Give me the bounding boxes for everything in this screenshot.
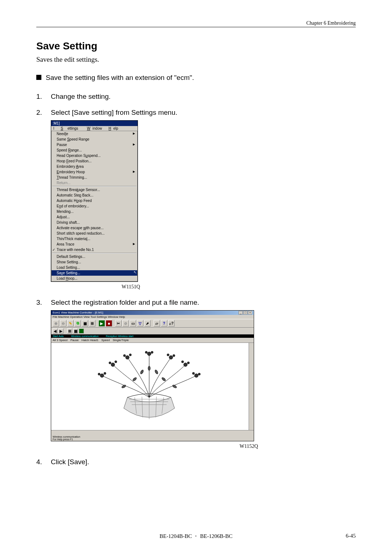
tool-small-button[interactable]: ▦	[73, 328, 78, 333]
menu-item-default-set[interactable]: Default Settings...	[52, 254, 137, 259]
footer-center: BE-1204B-BC ・ BE-1206B-BC	[160, 533, 233, 540]
maximize-button[interactable]: □	[243, 311, 248, 315]
menubar-settings[interactable]: Settings	[56, 126, 82, 130]
menu-item-auto-hoop[interactable]: Automatic Hoop Feed	[52, 198, 137, 203]
play-button[interactable]: ▶	[98, 320, 105, 327]
step-3: 3. Select the registration folder and pu…	[36, 299, 356, 307]
step-2-text: Select [Save setting] from Settings menu…	[51, 109, 177, 117]
menu-item-short-stitch[interactable]: Short stitch speed reduction...	[52, 231, 137, 236]
minimize-button[interactable]: _	[238, 311, 243, 315]
menu-item-speed-range[interactable]: Speed Range...	[52, 147, 137, 153]
submenu-arrow-icon: ▶	[133, 170, 135, 174]
menu-menubar: l Settings Window Help	[51, 126, 138, 131]
tool-button[interactable]: ✎	[67, 320, 74, 327]
note-row: Save the setting files with an extension…	[36, 74, 356, 82]
app-menubar[interactable]: File Machine Operation View Tool Setting…	[51, 315, 254, 319]
menu-item-show-set[interactable]: Show Setting...	[52, 259, 137, 265]
svg-point-23	[154, 369, 158, 374]
menu-item-emb-area[interactable]: Embroidery Area	[52, 164, 137, 169]
menu-item-same-speed[interactable]: Same Speed Range	[52, 137, 137, 142]
step-3-number: 3.	[36, 299, 44, 307]
tab-hatch[interactable]: Hatch Head1	[82, 339, 99, 342]
menu-item-emb-hoop[interactable]: Embroidery Hoop▶	[52, 169, 137, 175]
svg-point-11	[167, 354, 169, 356]
svg-point-12	[184, 363, 187, 366]
svg-point-22	[140, 369, 144, 374]
menu-item-adjust[interactable]: Adjust...	[52, 214, 137, 220]
zoom-in-button[interactable]: ⊕	[53, 320, 59, 327]
tab-pause[interactable]: Pause	[70, 339, 79, 342]
statusbar-left: Wireless communication For Help press F1	[53, 436, 80, 441]
menu-item-trace-needle[interactable]: ✓Trace with needle No.1	[52, 247, 137, 252]
menu-item-area-trace[interactable]: Area Trace▶	[52, 242, 137, 247]
menu-item-hoop-feed[interactable]: Hoop Feed Position...	[52, 158, 137, 164]
app-window-screenshot: Ecm1 View Machine Controller - [E:M1] _ …	[51, 310, 254, 441]
embroidery-design-icon	[51, 343, 249, 430]
menu-item-load-set[interactable]: Load Setting...	[52, 265, 137, 270]
menu-item-save-set[interactable]: Save Setting...↖	[52, 270, 137, 276]
step-2-number: 2.	[36, 109, 44, 117]
settings-menu-screenshot: :M1] l Settings Window Help Needle▶ Same…	[51, 120, 138, 282]
tab-item[interactable]: All 3 Speed	[53, 339, 68, 342]
tool-button[interactable]: ⊞	[89, 320, 95, 327]
menu-item-end-emb[interactable]: End of embroidery...	[52, 203, 137, 209]
svg-point-27	[148, 366, 150, 370]
app-subbar: ◀ ▶ ⊞ ▦	[51, 328, 254, 335]
app-toolbar: ⊕ ⊖ ✎ ⧉ ▦ ⊞ ▶ ■ ✂ ⊘ ▭ ▽ ⬈ ▱ ? ⌕?	[51, 319, 254, 328]
svg-point-10	[173, 355, 175, 357]
horizontal-scrollbar[interactable]	[51, 430, 254, 435]
menubar-help[interactable]: Help	[104, 126, 121, 130]
nav-button[interactable]: ▶	[58, 328, 64, 333]
svg-point-5	[129, 354, 131, 356]
svg-point-4	[123, 355, 126, 357]
tool-button[interactable]: ⊘	[122, 320, 129, 327]
tab-single[interactable]: Single/Triple	[113, 339, 128, 342]
header-rule: Chapter 6 Embroidering	[36, 20, 356, 27]
step-1-number: 1.	[36, 93, 44, 101]
svg-point-7	[145, 351, 147, 353]
menubar-window[interactable]: Window	[82, 126, 104, 130]
nav-button[interactable]: ◀	[53, 328, 58, 333]
menu-item-load-hoop[interactable]: Load Hoop...	[52, 276, 137, 281]
tool-small-button[interactable]	[79, 328, 84, 333]
chapter-label: Chapter 6 Embroidering	[36, 20, 356, 26]
menu-item-auto-step[interactable]: Automatic Step Back...	[52, 193, 137, 198]
page-footer: BE-1204B-BC ・ BE-1206B-BC 6-45	[36, 533, 356, 539]
tool-button[interactable]: ▭	[130, 320, 136, 327]
tool-button[interactable]: ⬈	[144, 320, 151, 327]
submenu-arrow-icon: ▶	[133, 143, 135, 146]
menu-item-pause[interactable]: Pause▶	[52, 142, 137, 147]
figure-1-label: W1151Q	[122, 284, 356, 290]
context-help-button[interactable]: ⌕?	[168, 320, 175, 327]
stop-button[interactable]: ■	[106, 320, 112, 327]
menu-item-thin-thick[interactable]: Thin/Thick material...	[52, 236, 137, 242]
figure-2-label: W1152Q	[240, 443, 356, 449]
step-2: 2. Select [Save setting] from Settings m…	[36, 109, 356, 117]
cursor-icon: ↖	[134, 270, 136, 275]
tool-button[interactable]: ▽	[137, 320, 143, 327]
tool-button[interactable]: ▦	[82, 320, 88, 327]
cut-button[interactable]: ✂	[115, 320, 122, 327]
svg-point-9	[169, 356, 173, 359]
tab-speed[interactable]: Speed	[101, 339, 110, 342]
menu-item-needle[interactable]: Needle▶	[52, 131, 137, 137]
tool-small-button[interactable]: ⊞	[67, 328, 72, 333]
close-button[interactable]: ×	[248, 311, 252, 315]
vertical-scrollbar[interactable]	[249, 343, 254, 430]
menu-item-driving[interactable]: Driving shaft...	[52, 220, 137, 225]
figure-2: Ecm1 View Machine Controller - [E:M1] _ …	[51, 310, 356, 449]
help-button[interactable]: ?	[161, 320, 167, 327]
svg-point-6	[147, 352, 151, 356]
section-title: Save Setting	[36, 40, 356, 52]
menu-item-activate[interactable]: Activate escape with pause...	[52, 225, 137, 231]
tool-button[interactable]: ▱	[154, 320, 160, 327]
menu-item-head-op[interactable]: Head Operation Suspend...	[52, 153, 137, 158]
footer-page-number: 6-45	[346, 533, 356, 539]
menu-item-mending[interactable]: Mending...	[52, 209, 137, 214]
svg-point-17	[192, 372, 195, 374]
menu-item-thread-trim[interactable]: Thread Trimming...	[52, 175, 137, 180]
svg-point-2	[115, 361, 117, 363]
zoom-out-button[interactable]: ⊖	[60, 320, 66, 327]
menu-item-thread-break[interactable]: Thread Breakage Sensor...	[52, 187, 137, 193]
tool-button[interactable]: ⧉	[74, 320, 81, 327]
